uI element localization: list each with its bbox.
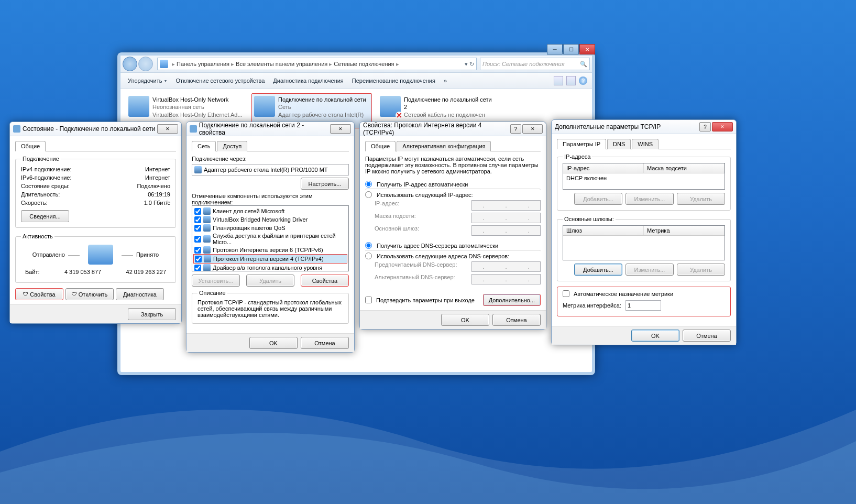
close-button[interactable]: Закрыть (128, 308, 176, 320)
tab-general[interactable]: Общие (15, 141, 46, 151)
breadcrumb-item[interactable]: Сетевые подключения (334, 61, 394, 67)
tab-access[interactable]: Доступ (217, 141, 247, 151)
component-checkbox[interactable] (194, 225, 201, 232)
toolbar-more[interactable]: » (440, 76, 451, 85)
metric-group: Автоматическое назначение метрики Метрик… (557, 287, 731, 316)
view-icon[interactable] (554, 76, 563, 85)
component-icon (203, 224, 211, 232)
radio-auto-dns[interactable] (365, 242, 372, 249)
uninstall-button[interactable]: Удалить (246, 275, 294, 287)
advanced-button[interactable]: Дополнительно... (483, 294, 541, 306)
close-button[interactable]: ✕ (157, 124, 178, 134)
cancel-button[interactable]: Отмена (492, 314, 541, 326)
search-placeholder: Поиск: Сетевые подключения (482, 61, 565, 67)
tab-general[interactable]: Общие (365, 141, 396, 151)
preview-pane-icon[interactable] (566, 76, 576, 85)
tab-wins[interactable]: WINS (632, 139, 659, 149)
remove-ip-button[interactable]: Удалить (677, 193, 725, 205)
gateways-table[interactable]: ШлюзМетрика (563, 225, 725, 260)
component-checkbox[interactable] (194, 216, 201, 223)
close-button[interactable]: ✕ (330, 124, 351, 134)
ok-button[interactable]: OK (631, 330, 679, 342)
component-checkbox[interactable] (194, 247, 201, 254)
nav-forward-button[interactable] (138, 57, 153, 71)
ip-addresses-group: IP-адреса IP-адресМаска подсети DHCP вкл… (557, 154, 731, 211)
subnet-mask-field: ... (471, 213, 541, 223)
ipv4-dialog: Свойства: Протокол Интернета версии 4 (T… (359, 122, 546, 330)
component-checkbox[interactable] (195, 256, 202, 262)
install-button[interactable]: Установить... (192, 275, 240, 287)
interface-metric-input[interactable] (625, 300, 661, 311)
add-gw-button[interactable]: Добавить... (574, 264, 622, 276)
edit-gw-button[interactable]: Изменить... (625, 264, 674, 276)
ok-button[interactable]: OK (441, 314, 489, 326)
tab-dns[interactable]: DNS (607, 139, 631, 149)
edit-ip-button[interactable]: Изменить... (625, 193, 674, 205)
status-dialog: Состояние - Подключение по локальной сет… (9, 122, 182, 324)
close-button[interactable]: ✕ (712, 122, 733, 132)
properties-button[interactable]: Свойства (15, 288, 63, 300)
toolbar: Упорядочить▼ Отключение сетевого устройс… (120, 73, 592, 89)
help-icon[interactable]: ? (579, 76, 587, 85)
toolbar-organize[interactable]: Упорядочить▼ (124, 76, 171, 85)
diagnose-button[interactable]: Диагностика (116, 288, 164, 300)
connection-status: Сетевой кабель не подключен (404, 111, 495, 118)
description-text: Протокол TCP/IP - стандартный протокол г… (197, 299, 343, 318)
refresh-icon[interactable]: ↻ (469, 61, 474, 68)
component-checkbox[interactable] (194, 236, 201, 243)
radio-manual-dns[interactable] (365, 253, 372, 259)
tab-alternate[interactable]: Альтернативная конфигурация (397, 141, 491, 151)
ip-addresses-table[interactable]: IP-адресМаска подсети DHCP включен (563, 163, 725, 190)
help-button[interactable]: ? (510, 124, 521, 134)
component-list[interactable]: Клиент для сетей Microsoft VirtualBox Br… (192, 205, 349, 271)
gateways-group: Основные шлюзы: ШлюзМетрика Добавить... … (557, 216, 731, 281)
details-button[interactable]: Сведения... (21, 210, 69, 222)
group-label: Активность (21, 233, 54, 239)
cancel-button[interactable]: Отмена (301, 337, 349, 349)
search-input[interactable]: Поиск: Сетевые подключения 🔍 (480, 58, 590, 70)
component-icon (203, 264, 211, 271)
ip-address-field: ... (471, 200, 541, 211)
network-adapter-icon (254, 96, 275, 117)
toolbar-rename[interactable]: Переименование подключения (348, 76, 440, 85)
close-button[interactable]: ✕ (579, 44, 595, 54)
ok-button[interactable]: OK (249, 337, 298, 349)
tab-network[interactable]: Сеть (192, 141, 216, 151)
disable-button[interactable]: Отключить (65, 288, 114, 300)
dropdown-icon[interactable]: ▾ (465, 61, 468, 68)
interface-metric-label: Метрика интерфейса: (563, 302, 621, 309)
connection-status: Сеть (278, 103, 369, 111)
maximize-button[interactable]: ☐ (563, 44, 579, 54)
toolbar-diagnose[interactable]: Диагностика подключения (269, 76, 347, 85)
component-icon (203, 216, 211, 223)
auto-metric-checkbox[interactable] (563, 290, 569, 297)
breadcrumb-item[interactable]: Все элементы панели управления (236, 61, 327, 67)
radio-manual-ip[interactable] (365, 191, 372, 198)
configure-button[interactable]: Настроить... (301, 178, 349, 190)
remove-gw-button[interactable]: Удалить (677, 264, 725, 276)
breadcrumb-item[interactable]: Панель управления (177, 61, 229, 67)
description-group: Описание Протокол TCP/IP - стандартный п… (192, 290, 349, 324)
add-ip-button[interactable]: Добавить... (574, 193, 622, 205)
nav-back-button[interactable] (123, 57, 137, 71)
close-button[interactable]: ✕ (522, 124, 543, 134)
toolbar-disable[interactable]: Отключение сетевого устройства (171, 76, 269, 85)
component-icon (203, 207, 211, 215)
component-checkbox[interactable] (194, 208, 201, 215)
connection-device: VirtualBox Host-Only Ethernet Ad... (152, 111, 243, 118)
validate-checkbox[interactable] (365, 297, 372, 303)
address-bar[interactable]: ▸ Панель управления ▸ Все элементы панел… (157, 58, 477, 70)
component-checkbox[interactable] (194, 265, 201, 271)
tab-ip-settings[interactable]: Параметры IP (557, 139, 606, 149)
bytes-recv: 42 019 263 227 (126, 269, 166, 275)
help-button[interactable]: ? (699, 122, 711, 132)
connect-using-label: Подключение через: (192, 156, 349, 162)
alternate-dns-field: ... (471, 274, 541, 284)
component-properties-button[interactable]: Свойства (301, 275, 349, 287)
minimize-button[interactable]: ─ (547, 44, 563, 54)
dialog-icon (13, 125, 20, 133)
gateway-field: ... (471, 225, 541, 236)
radio-auto-ip[interactable] (365, 181, 372, 188)
cancel-button[interactable]: Отмена (683, 330, 731, 342)
network-adapter-disconnected-icon (380, 96, 401, 117)
